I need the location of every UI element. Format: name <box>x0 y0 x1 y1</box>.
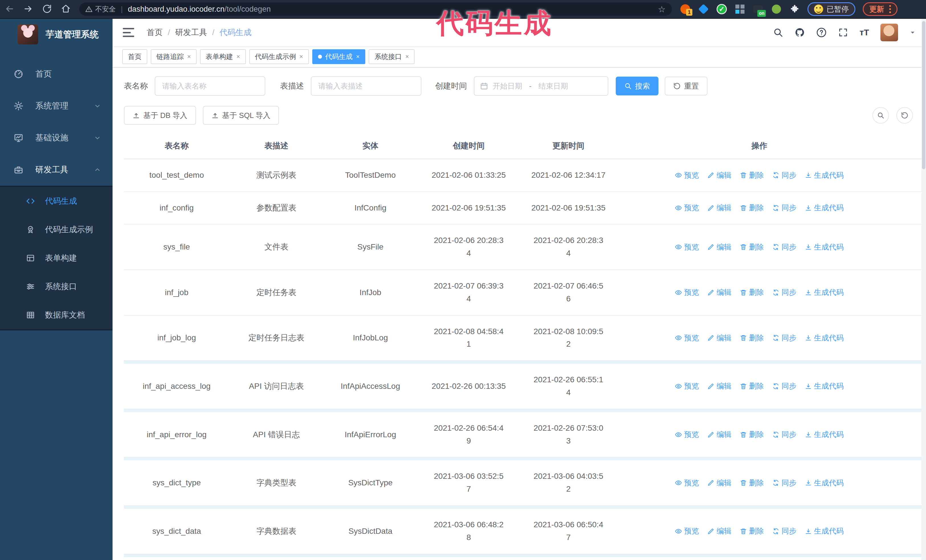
table-name-input[interactable] <box>155 76 265 96</box>
page-scrollbar[interactable] <box>921 19 926 560</box>
create-time-range-picker[interactable]: 开始日期 - 结束日期 <box>474 76 608 96</box>
extension-icon-orange[interactable]: 1 <box>680 4 691 15</box>
sync-link[interactable]: 同步 <box>772 526 796 536</box>
preview-link[interactable]: 预览 <box>675 430 699 439</box>
bookmark-star-icon[interactable]: ☆ <box>658 4 666 14</box>
edit-link[interactable]: 编辑 <box>707 526 731 536</box>
sync-link[interactable]: 同步 <box>772 171 796 180</box>
generate-code-link[interactable]: 生成代码 <box>805 171 844 180</box>
edit-link[interactable]: 编辑 <box>707 333 731 343</box>
extension-icon-green[interactable] <box>771 4 782 15</box>
address-bar[interactable]: 不安全 | dashboard.yudao.iocoder.cn/tool/co… <box>79 3 672 16</box>
edit-link[interactable]: 编辑 <box>707 381 731 391</box>
preview-link[interactable]: 预览 <box>675 287 699 297</box>
tab-form-builder[interactable]: 表单构建× <box>200 49 246 64</box>
preview-link[interactable]: 预览 <box>675 242 699 252</box>
sync-link[interactable]: 同步 <box>772 478 796 488</box>
help-icon[interactable] <box>816 27 826 38</box>
tab-tracing[interactable]: 链路追踪× <box>151 49 197 64</box>
table-desc-input[interactable] <box>311 76 421 96</box>
edit-link[interactable]: 编辑 <box>707 203 731 213</box>
header-search-icon[interactable] <box>773 27 783 38</box>
sync-link[interactable]: 同步 <box>772 203 796 213</box>
delete-link[interactable]: 删除 <box>740 526 764 536</box>
delete-link[interactable]: 删除 <box>740 203 764 213</box>
close-icon[interactable]: × <box>236 53 240 60</box>
delete-link[interactable]: 删除 <box>740 381 764 391</box>
breadcrumb-dev-tools[interactable]: 研发工具 <box>175 27 207 38</box>
close-icon[interactable]: × <box>300 53 303 60</box>
sidebar-item-system-management[interactable]: 系统管理 <box>0 90 112 122</box>
breadcrumb-home[interactable]: 首页 <box>147 27 163 38</box>
toggle-search-button[interactable] <box>872 107 889 124</box>
sync-link[interactable]: 同步 <box>772 333 796 343</box>
edit-link[interactable]: 编辑 <box>707 171 731 180</box>
sidebar-subitem-system-api[interactable]: 系统接口 <box>0 272 112 301</box>
close-icon[interactable]: × <box>187 53 191 60</box>
import-sql-button[interactable]: 基于 SQL 导入 <box>203 106 279 125</box>
paused-extension-chip[interactable]: 已暂停 <box>808 2 855 16</box>
sidebar-subitem-codegen[interactable]: 代码生成 <box>0 187 112 215</box>
delete-link[interactable]: 删除 <box>740 287 764 297</box>
sync-link[interactable]: 同步 <box>772 242 796 252</box>
extensions-puzzle-icon[interactable] <box>789 4 800 15</box>
delete-link[interactable]: 删除 <box>740 478 764 488</box>
sync-link[interactable]: 同步 <box>772 381 796 391</box>
scrollbar-thumb[interactable] <box>922 21 925 169</box>
preview-link[interactable]: 预览 <box>675 478 699 488</box>
delete-link[interactable]: 删除 <box>740 430 764 439</box>
font-size-icon[interactable]: тT <box>859 28 869 37</box>
import-db-button[interactable]: 基于 DB 导入 <box>124 106 196 125</box>
edit-link[interactable]: 编辑 <box>707 478 731 488</box>
preview-link[interactable]: 预览 <box>675 203 699 213</box>
browser-update-chip[interactable]: 更新 <box>863 2 897 16</box>
tab-system-api[interactable]: 系统接口× <box>369 49 415 64</box>
sidebar-subitem-form-builder[interactable]: 表单构建 <box>0 244 112 272</box>
tab-home[interactable]: 首页 <box>122 49 147 64</box>
user-menu-caret-icon[interactable] <box>909 29 916 36</box>
generate-code-link[interactable]: 生成代码 <box>805 203 844 213</box>
generate-code-link[interactable]: 生成代码 <box>805 526 844 536</box>
browser-forward-button[interactable] <box>19 4 38 15</box>
close-icon[interactable]: × <box>356 53 360 60</box>
generate-code-link[interactable]: 生成代码 <box>805 430 844 439</box>
edit-link[interactable]: 编辑 <box>707 430 731 439</box>
preview-link[interactable]: 预览 <box>675 381 699 391</box>
tab-codegen-example[interactable]: 代码生成示例× <box>249 49 309 64</box>
site-security-indicator[interactable]: 不安全 <box>85 5 116 14</box>
sync-link[interactable]: 同步 <box>772 287 796 297</box>
generate-code-link[interactable]: 生成代码 <box>805 242 844 252</box>
delete-link[interactable]: 删除 <box>740 333 764 343</box>
sidebar-item-dev-tools[interactable]: 研发工具 <box>0 154 112 186</box>
sidebar-toggle-icon[interactable] <box>123 28 134 37</box>
generate-code-link[interactable]: 生成代码 <box>805 333 844 343</box>
generate-code-link[interactable]: 生成代码 <box>805 287 844 297</box>
generate-code-link[interactable]: 生成代码 <box>805 381 844 391</box>
edit-link[interactable]: 编辑 <box>707 287 731 297</box>
extension-icon-check[interactable]: ✓ <box>716 4 727 15</box>
browser-home-button[interactable] <box>56 4 75 15</box>
browser-menu-icon[interactable] <box>889 5 891 13</box>
github-icon[interactable] <box>794 27 805 38</box>
sidebar-subitem-db-doc[interactable]: 数据库文档 <box>0 301 112 329</box>
sync-link[interactable]: 同步 <box>772 430 796 439</box>
edit-link[interactable]: 编辑 <box>707 242 731 252</box>
extension-icon-gem[interactable] <box>698 4 709 15</box>
refresh-table-button[interactable] <box>896 107 913 124</box>
sidebar-subitem-codegen-example[interactable]: 代码生成示例 <box>0 215 112 244</box>
sidebar-item-infrastructure[interactable]: 基础设施 <box>0 122 112 154</box>
extension-icon-dark-on[interactable]: on <box>753 4 764 15</box>
app-logo-row[interactable]: 芋道管理系统 <box>0 19 112 50</box>
extension-icon-grid[interactable] <box>735 4 745 15</box>
sidebar-item-home[interactable]: 首页 <box>0 58 112 90</box>
delete-link[interactable]: 删除 <box>740 242 764 252</box>
browser-reload-button[interactable] <box>38 4 56 15</box>
search-button[interactable]: 搜索 <box>616 77 658 95</box>
close-icon[interactable]: × <box>405 53 409 60</box>
preview-link[interactable]: 预览 <box>675 526 699 536</box>
preview-link[interactable]: 预览 <box>675 171 699 180</box>
delete-link[interactable]: 删除 <box>740 171 764 180</box>
preview-link[interactable]: 预览 <box>675 333 699 343</box>
browser-back-button[interactable] <box>0 4 19 15</box>
fullscreen-icon[interactable] <box>838 27 848 38</box>
